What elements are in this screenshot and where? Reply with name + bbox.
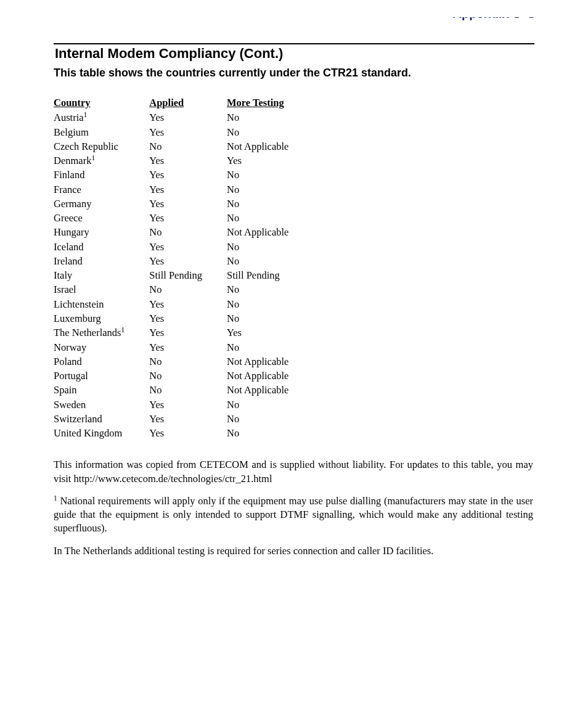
table-row: United KingdomYesNo [54, 427, 313, 441]
cell-testing: No [227, 341, 313, 355]
cell-testing: No [227, 240, 313, 255]
cell-country: Sweden [54, 398, 149, 412]
cell-country: Denmark1 [54, 154, 149, 168]
paragraph-source: This information was copied from CETECOM… [54, 458, 533, 486]
table-row: IrelandYesNo [54, 255, 313, 269]
cell-applied: Yes [149, 240, 227, 255]
cell-country: Spain [54, 383, 149, 398]
cell-country: Lichtenstein [54, 298, 149, 312]
cell-country: Luxemburg [54, 312, 149, 326]
cell-country: Portugal [54, 369, 149, 383]
cell-applied: No [149, 226, 227, 240]
cell-applied: Yes [149, 298, 227, 312]
cell-country: Switzerland [54, 412, 149, 427]
cell-applied: No [149, 383, 227, 398]
table-row: BelgiumYesNo [54, 126, 313, 140]
table-row: FinlandYesNo [54, 168, 313, 182]
cell-testing: No [227, 255, 313, 269]
cell-testing: Not Applicable [227, 226, 313, 240]
cell-country: Czech Republic [54, 140, 149, 154]
cell-applied: Yes [149, 326, 227, 340]
cell-testing: Not Applicable [227, 383, 313, 398]
cell-testing: No [227, 168, 313, 182]
table-row: SwedenYesNo [54, 398, 313, 412]
col-applied: Applied [149, 96, 227, 111]
cell-testing: No [227, 398, 313, 412]
table-row: ItalyStill PendingStill Pending [54, 269, 313, 283]
table-row: The Netherlands1YesYes [54, 326, 313, 340]
cell-applied: Yes [149, 427, 227, 441]
cell-testing: No [227, 183, 313, 197]
table-row: PortugalNoNot Applicable [54, 369, 313, 383]
cell-country: Finland [54, 168, 149, 182]
appendix-header: Appendix A [54, 17, 534, 26]
cell-applied: Yes [149, 183, 227, 197]
section-title: Internal Modem Compliancy (Cont.) [55, 44, 283, 63]
table-row: SpainNoNot Applicable [54, 383, 313, 398]
cell-testing: No [227, 427, 313, 441]
table-row: GreeceYesNo [54, 211, 313, 226]
cell-testing: No [227, 126, 313, 140]
table-row: Austria1YesNo [54, 111, 313, 125]
table-row: Czech RepublicNoNot Applicable [54, 140, 313, 154]
cell-country: Belgium [54, 126, 149, 140]
table-row: GermanyYesNo [54, 197, 313, 211]
cell-testing: Not Applicable [227, 369, 313, 383]
cell-country: Austria1 [54, 111, 149, 125]
cell-country: Germany [54, 197, 149, 211]
appendix-letter: A [514, 17, 534, 22]
cell-country: Ireland [54, 255, 149, 269]
cell-applied: Yes [149, 398, 227, 412]
cell-applied: No [149, 369, 227, 383]
cell-country: The Netherlands1 [54, 326, 149, 340]
col-testing: More Testing [227, 96, 313, 111]
cell-applied: No [149, 140, 227, 154]
cell-testing: No [227, 111, 313, 125]
paragraph-netherlands: In The Netherlands additional testing is… [54, 544, 533, 558]
compliance-table: Country Applied More Testing Austria1Yes… [54, 96, 313, 441]
cell-testing: Still Pending [227, 269, 313, 283]
cell-applied: Yes [149, 312, 227, 326]
table-row: PolandNoNot Applicable [54, 355, 313, 369]
cell-testing: Yes [227, 326, 313, 340]
table-row: FranceYesNo [54, 183, 313, 197]
table-row: LichtensteinYesNo [54, 298, 313, 312]
cell-testing: No [227, 312, 313, 326]
cell-testing: No [227, 298, 313, 312]
cell-applied: Yes [149, 412, 227, 427]
cell-country: Poland [54, 355, 149, 369]
cell-testing: Not Applicable [227, 355, 313, 369]
cell-applied: Yes [149, 211, 227, 226]
paragraph-footnote: 1 National requirements will apply only … [54, 494, 533, 536]
cell-country: Israel [54, 283, 149, 297]
cell-applied: Yes [149, 168, 227, 182]
col-country: Country [54, 96, 149, 111]
cell-testing: No [227, 283, 313, 297]
cell-testing: No [227, 211, 313, 226]
cell-applied: Still Pending [149, 269, 227, 283]
cell-country: Italy [54, 269, 149, 283]
cell-applied: Yes [149, 126, 227, 140]
table-row: NorwayYesNo [54, 341, 313, 355]
table-row: IsraelNoNo [54, 283, 313, 297]
cell-testing: No [227, 412, 313, 427]
cell-country: United Kingdom [54, 427, 149, 441]
cell-country: Iceland [54, 240, 149, 255]
table-row: LuxemburgYesNo [54, 312, 313, 326]
table-row: HungaryNoNot Applicable [54, 226, 313, 240]
cell-applied: Yes [149, 197, 227, 211]
cell-country: Hungary [54, 226, 149, 240]
cell-applied: Yes [149, 255, 227, 269]
table-row: Denmark1YesYes [54, 154, 313, 168]
cell-testing: Not Applicable [227, 140, 313, 154]
table-row: IcelandYesNo [54, 240, 313, 255]
cell-applied: Yes [149, 111, 227, 125]
cell-applied: No [149, 283, 227, 297]
cell-testing: Yes [227, 154, 313, 168]
cell-applied: No [149, 355, 227, 369]
footnote-text: National requirements will apply only if… [54, 495, 533, 534]
appendix-word: Appendix [453, 17, 509, 22]
cell-testing: No [227, 197, 313, 211]
sub-title: This table shows the countries currently… [54, 65, 534, 80]
cell-applied: Yes [149, 341, 227, 355]
